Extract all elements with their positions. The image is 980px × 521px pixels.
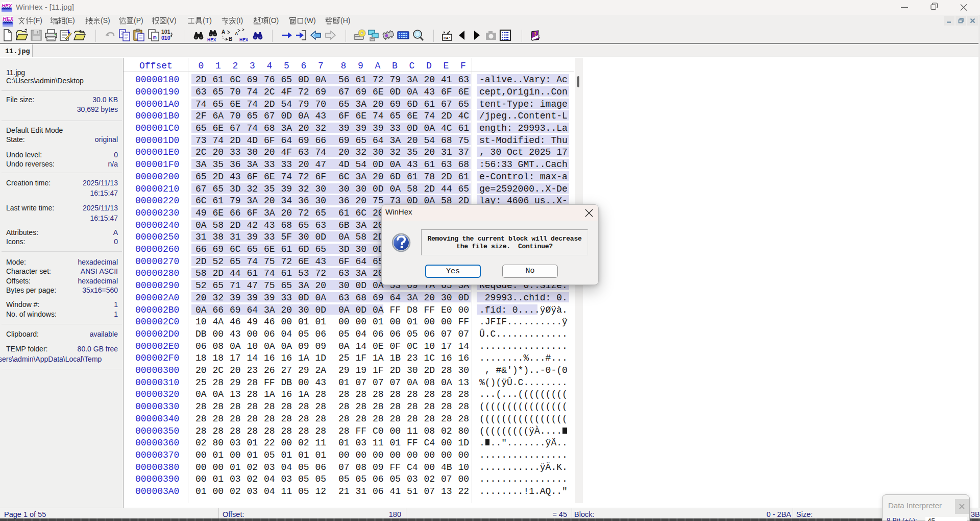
svg-text:HEX: HEX xyxy=(3,16,13,22)
svg-text:010: 010 xyxy=(161,35,170,41)
svg-text:HEX: HEX xyxy=(2,3,12,8)
svg-text:A: A xyxy=(222,29,225,35)
svg-text:m: m xyxy=(153,35,157,41)
svg-text:B: B xyxy=(229,36,232,42)
svg-text:CA:: CA: xyxy=(444,36,451,40)
svg-text:HEX: HEX xyxy=(239,37,248,42)
svg-text:A: A xyxy=(235,31,238,36)
svg-text:HEX: HEX xyxy=(207,37,216,42)
svg-text:1: 1 xyxy=(67,29,70,34)
svg-text:101: 101 xyxy=(161,29,170,35)
